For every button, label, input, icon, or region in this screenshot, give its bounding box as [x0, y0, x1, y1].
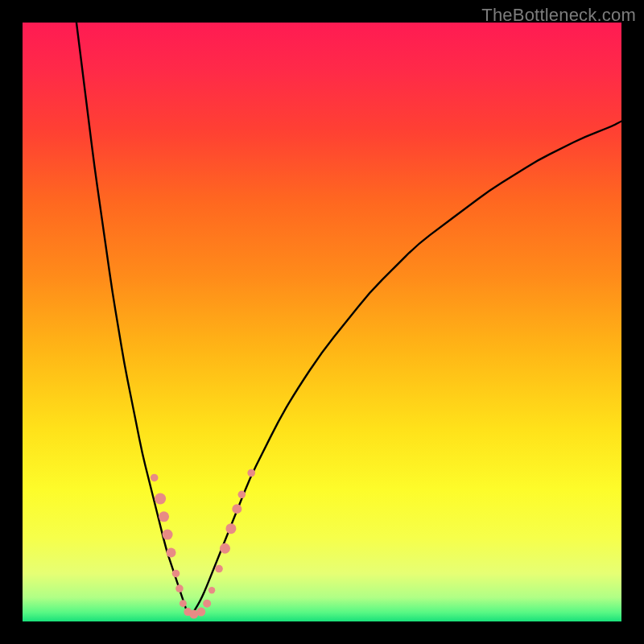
- marker-dot: [238, 490, 246, 498]
- marker-dot: [172, 570, 180, 578]
- marker-dot: [208, 587, 215, 593]
- marker-dot: [151, 474, 159, 482]
- marker-dot: [215, 565, 223, 573]
- marker-dot: [247, 469, 255, 477]
- marker-dot: [163, 530, 173, 540]
- marker-dot: [155, 493, 166, 504]
- chart-background: [23, 23, 621, 621]
- marker-dot: [220, 543, 230, 554]
- marker-dot: [225, 523, 236, 534]
- marker-dot: [159, 511, 169, 522]
- marker-dot: [167, 547, 176, 557]
- watermark-text: TheBottleneck.com: [481, 5, 636, 26]
- marker-dot: [196, 608, 205, 617]
- chart-frame: [23, 23, 621, 621]
- marker-dot: [180, 600, 187, 607]
- marker-dot: [232, 504, 242, 514]
- chart-svg: [23, 23, 621, 621]
- marker-dot: [203, 600, 211, 608]
- marker-dot: [175, 584, 184, 592]
